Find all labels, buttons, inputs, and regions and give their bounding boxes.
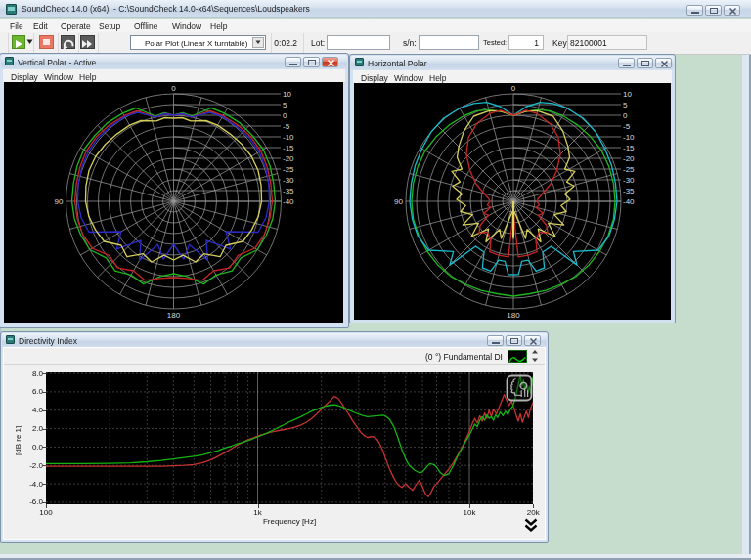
svg-text:-15: -15 xyxy=(623,144,635,152)
svg-text:-10: -10 xyxy=(283,133,294,142)
svg-text:0: 0 xyxy=(511,84,516,93)
svg-text:-30: -30 xyxy=(283,176,294,185)
svg-text:5: 5 xyxy=(283,101,287,109)
svg-text:-25: -25 xyxy=(623,165,635,174)
svg-text:0: 0 xyxy=(623,111,628,120)
svg-text:5: 5 xyxy=(623,101,628,109)
svg-text:-10: -10 xyxy=(623,133,635,142)
svg-text:0: 0 xyxy=(171,84,176,93)
svg-text:-40: -40 xyxy=(283,197,294,206)
svg-text:-35: -35 xyxy=(283,187,294,195)
svg-text:90: 90 xyxy=(394,197,403,206)
svg-text:180: 180 xyxy=(507,311,520,320)
svg-text:-25: -25 xyxy=(283,165,294,174)
svg-text:180: 180 xyxy=(167,311,181,320)
svg-text:-5: -5 xyxy=(623,122,631,131)
svg-text:-35: -35 xyxy=(623,187,635,195)
svg-text:-20: -20 xyxy=(283,154,294,163)
svg-text:-30: -30 xyxy=(623,176,635,185)
svg-text:-40: -40 xyxy=(623,197,635,206)
svg-text:90: 90 xyxy=(55,197,64,206)
svg-text:10: 10 xyxy=(623,90,632,99)
svg-text:-15: -15 xyxy=(283,144,294,152)
svg-text:-5: -5 xyxy=(283,122,290,131)
svg-text:0: 0 xyxy=(283,111,287,120)
svg-text:10: 10 xyxy=(283,90,291,99)
svg-text:-20: -20 xyxy=(623,154,635,163)
